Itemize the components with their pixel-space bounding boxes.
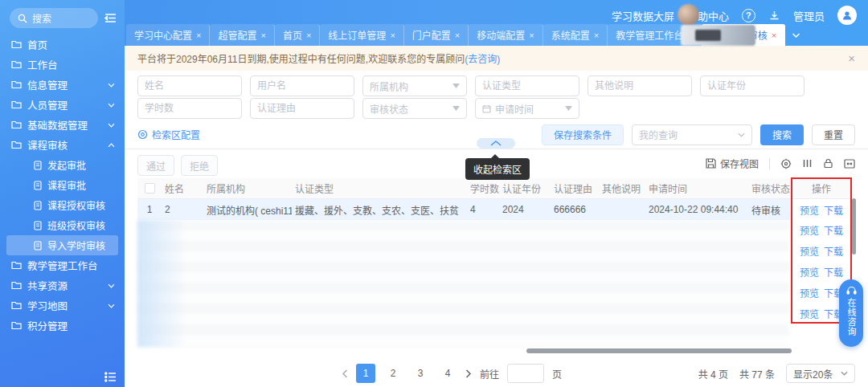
download-link[interactable]: 下载 [824,203,843,217]
sidebar-item-points-mgmt[interactable]: 积分管理 [0,316,125,336]
fullscreen-icon[interactable] [844,159,855,169]
org-select[interactable]: 所属机构 [362,75,467,96]
preview-link[interactable]: 预览 [800,286,819,299]
tab-close-icon[interactable]: × [390,31,395,40]
sidebar-item-shared-resources[interactable]: 共享资源 [0,275,125,295]
question-icon[interactable]: ? [742,9,755,22]
select-all-checkbox[interactable] [145,183,155,194]
sidebar-item-initiate-approval[interactable]: 发起审批 [6,155,118,175]
apply-time-picker[interactable]: 申请时间 [475,98,579,119]
download-link[interactable]: 下载 [824,223,843,237]
top-header-bar: 学习数据大屏 帮助中心 ? 管理员 学习中心配置× 超管配置× 首页× 线上订单… [0,0,868,46]
sidebar-item-workbench[interactable]: 工作台 [0,55,125,75]
prev-page-icon[interactable] [342,369,348,378]
goto-label: 前往 [480,367,499,381]
document-icon [34,201,42,210]
search-form-row-2: 审核状态 申请时间 [137,98,579,119]
reject-button[interactable]: 拒绝 [181,155,218,176]
page-4-button[interactable]: 4 [438,364,457,383]
tab-close-icon[interactable]: × [306,31,311,40]
preview-link[interactable]: 预览 [800,265,819,279]
sidebar-item-course-auth-review[interactable]: 课程授权审核 [6,195,118,215]
sidebar-search-input[interactable]: 搜索 [10,8,98,28]
sidebar-item-course-approval[interactable]: 课程审批 [6,175,118,195]
col-operation: 操作 [792,181,851,195]
sidebar-item-home[interactable]: 首页 [0,35,125,55]
next-page-icon[interactable] [465,369,472,378]
tab-close-icon[interactable]: × [529,31,534,40]
sidebar-item-base-data-mgmt[interactable]: 基础数据管理 [0,115,125,135]
sidebar-item-class-auth-review[interactable]: 班级授权审核 [6,215,118,235]
chevron-down-icon [108,303,115,308]
hours-field[interactable] [137,98,242,119]
vertical-scrollbar[interactable] [852,198,856,255]
username-field[interactable] [250,75,354,96]
reset-button[interactable]: 重置 [812,124,855,145]
sidebar-item-personnel-mgmt[interactable]: 人员管理 [0,95,125,115]
tab-list-chevron-down-icon[interactable] [792,24,800,46]
collapse-sidebar-icon[interactable] [104,13,117,23]
my-query-select[interactable]: 我的查询 [632,124,752,145]
page-2-button[interactable]: 2 [383,364,403,383]
preview-link[interactable]: 预览 [800,203,819,217]
user-avatar[interactable] [837,6,857,25]
cert-type-field[interactable] [475,75,579,96]
lock-icon[interactable] [823,158,833,169]
refresh-icon[interactable] [780,158,792,169]
banner-close-icon[interactable]: × [848,51,855,65]
preview-link[interactable]: 预览 [800,244,819,258]
table-row[interactable]: 1 2 测试的机构( ceshi111 ) 援藏、援外、支教、支农、支医、扶贫 … [137,199,854,220]
sidebar: 搜索 首页 工作台 信息管理 人员管理 [0,0,125,387]
collapse-search-area-handle[interactable] [477,138,515,149]
tab-close-icon[interactable]: × [260,31,265,40]
sidebar-item-info-mgmt[interactable]: 信息管理 [0,75,125,95]
save-search-button[interactable]: 保存搜索条件 [542,124,624,145]
page-1-button[interactable]: 1 [356,364,375,383]
sidebar-item-learning-map[interactable]: 学习地图 [0,295,125,316]
review-status-select[interactable]: 审核状态 [362,98,467,119]
preview-link[interactable]: 预览 [800,307,819,320]
search-area-config-link[interactable]: 检索区配置 [137,128,200,141]
search-button[interactable]: 搜索 [760,124,804,145]
folder-icon [11,321,22,330]
tab-xitongpeizhi[interactable]: 系统配置× [543,24,608,46]
data-screen-link[interactable]: 学习数据大屏 [612,8,674,23]
tab-chaoguan[interactable]: 超管配置× [210,24,274,46]
other-note-field[interactable] [588,75,692,96]
caret-down-icon [452,106,460,111]
admin-label[interactable]: 管理员 [793,8,825,23]
cert-year-field[interactable] [700,75,805,96]
page-3-button[interactable]: 3 [411,364,430,383]
name-field[interactable] [137,75,242,96]
consult-floating-button[interactable]: 在线咨询 [839,279,863,347]
goto-page-input[interactable] [507,364,544,383]
sidebar-item-course-review[interactable]: 课程审核 [0,135,125,155]
tab-xianshangdingdan[interactable]: 线上订单管理× [320,24,403,46]
sidebar-item-import-hours-review[interactable]: 导入学时审核 [6,235,118,255]
tab-close-icon[interactable]: × [455,31,460,40]
tab-yidongduan[interactable]: 移动端配置× [469,24,542,46]
blurred-photo-thumbnail [681,25,755,46]
consult-link[interactable]: (去咨询) [465,51,500,65]
row-operations: 预览下载 [792,219,851,240]
menu-settings-icon[interactable] [104,372,117,382]
save-view-button[interactable]: 保存视图 [706,157,759,170]
download-icon[interactable] [768,10,780,22]
tab-close-icon[interactable]: × [772,31,776,40]
tab-shouye[interactable]: 首页× [275,24,320,46]
sidebar-item-teaching-workbench[interactable]: 教学管理工作台 [0,255,125,275]
cert-reason-field[interactable] [250,98,354,119]
columns-icon[interactable] [802,158,813,169]
page-size-select[interactable]: 显示20条 [786,364,855,383]
approve-button[interactable]: 通过 [137,155,174,176]
preview-link[interactable]: 预览 [800,223,819,237]
app-window: 学习数据大屏 帮助中心 ? 管理员 学习中心配置× 超管配置× 首页× 线上订单… [0,0,868,387]
col-cert-type: 认证类型 [292,181,467,195]
download-link[interactable]: 下载 [824,265,843,279]
tab-menhu[interactable]: 门户配置× [404,24,469,46]
tab-xuexizhongxin[interactable]: 学习中心配置× [126,24,210,46]
download-link[interactable]: 下载 [824,244,843,258]
horizontal-scrollbar[interactable] [526,348,792,353]
tab-close-icon[interactable]: × [196,31,201,40]
tab-close-icon[interactable]: × [594,31,599,40]
